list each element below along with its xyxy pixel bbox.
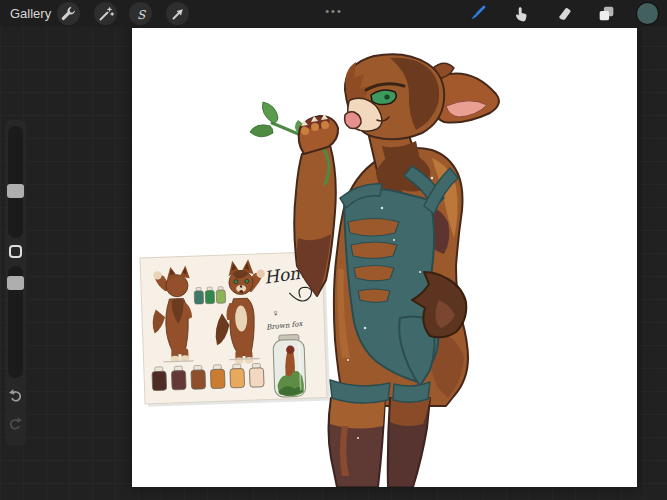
palette-jar: [249, 368, 264, 387]
transform-button[interactable]: [166, 2, 189, 25]
redo-button[interactable]: [6, 414, 25, 433]
character-legs: [329, 398, 431, 487]
wrench-icon: [59, 4, 79, 24]
actions-button[interactable]: [57, 2, 80, 25]
top-toolbar: Gallery S •••: [0, 0, 667, 27]
character-nose: [345, 112, 362, 129]
size-slider[interactable]: [8, 126, 23, 238]
magic-wand-icon: [96, 4, 116, 24]
eraser-button[interactable]: [554, 3, 575, 24]
modify-button[interactable]: [9, 245, 22, 258]
undo-button[interactable]: [6, 386, 25, 405]
overflow-handle[interactable]: •••: [316, 0, 352, 25]
smudge-finger-icon: [512, 3, 533, 24]
arrow-cursor-icon: [168, 4, 188, 24]
adjustments-button[interactable]: [94, 2, 117, 25]
palette-jar: [216, 290, 225, 303]
sprig-leaf: [250, 125, 273, 137]
paintbrush-icon: [467, 3, 488, 24]
smudge-button[interactable]: [512, 3, 533, 24]
palette-jar: [171, 370, 186, 389]
layers-button[interactable]: [596, 3, 617, 24]
character-eye: [371, 90, 396, 105]
selection-button[interactable]: S: [129, 2, 152, 25]
palette-jar: [194, 291, 203, 304]
sprig-leaf: [262, 102, 278, 123]
drawing-canvas[interactable]: Honey ♀ Brown fox: [132, 28, 637, 487]
terrarium-jar: [273, 334, 306, 397]
gender-symbol-text: ♀: [272, 307, 280, 318]
green-jar-swatches: [194, 287, 226, 305]
brush-sidebar: [5, 120, 26, 445]
opacity-slider-handle[interactable]: [7, 276, 24, 290]
layers-icon: [596, 3, 617, 24]
artwork: Honey ♀ Brown fox: [132, 28, 637, 487]
selection-s-icon: S: [131, 4, 151, 24]
size-slider-handle[interactable]: [7, 184, 24, 198]
gallery-button[interactable]: Gallery: [10, 0, 51, 27]
eraser-icon: [554, 3, 575, 24]
color-button[interactable]: [637, 3, 658, 24]
procreate-app: Gallery S •••: [0, 0, 667, 500]
palette-jar: [210, 369, 225, 388]
svg-text:S: S: [136, 7, 146, 21]
brush-button[interactable]: [467, 3, 488, 24]
palette-jar: [205, 290, 214, 303]
palette-jar: [230, 368, 245, 387]
palette-jar: [191, 370, 206, 389]
character-head: [345, 54, 445, 139]
palette-jar: [152, 371, 167, 390]
